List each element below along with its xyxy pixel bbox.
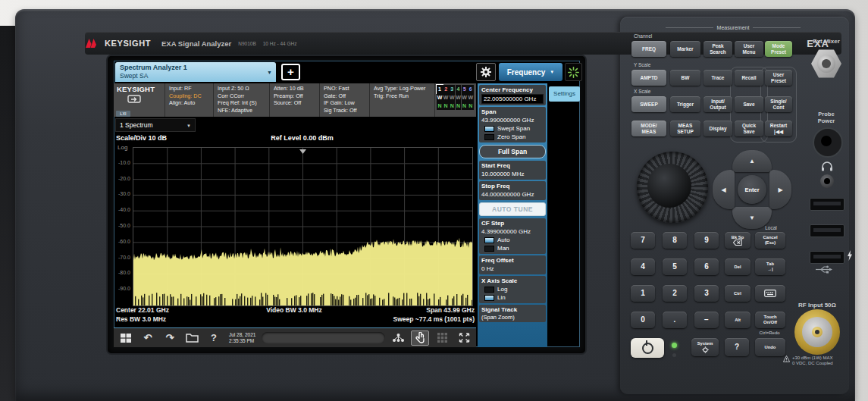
center-frequency-control[interactable]: Center Frequency 22.005000000 GHz [479, 85, 546, 105]
clock-display[interactable]: Jul 28, 2021 2:35:35 PM [227, 332, 258, 344]
radio-zero-span[interactable]: Zero Span [481, 133, 544, 141]
key-bksp[interactable]: Bk Sp [725, 232, 750, 249]
power-button[interactable] [631, 338, 664, 358]
arrow-left-button[interactable]: ◀ [713, 170, 735, 209]
button-freq[interactable]: FREQ [631, 41, 666, 57]
radio-x-axis-log[interactable]: Log [481, 285, 544, 293]
tab-settings[interactable]: Settings [549, 86, 580, 102]
hardware-help-button[interactable]: ? [725, 338, 749, 356]
button-meas-setup[interactable]: MEAS SETUP [670, 121, 700, 136]
button-mode-meas[interactable]: MODE/ MEAS [631, 121, 666, 136]
auto-tune-button[interactable]: AUTO TUNE [479, 202, 546, 216]
start-freq-control[interactable]: Start Freq 10.000000 MHz [479, 161, 546, 180]
button-sweep[interactable]: SWEEP [631, 96, 666, 112]
x-axis-scale-control[interactable]: X Axis Scale Log Lin [479, 276, 546, 303]
button-user-preset[interactable]: User Preset [765, 70, 792, 86]
button-marker[interactable]: Marker [670, 41, 700, 57]
meas-settings-column-3[interactable]: Atten: 10 dBPreamp: OffSource: Off [270, 83, 320, 117]
undo-hardware-button[interactable]: Undo [755, 338, 785, 356]
key-8[interactable]: 8 [663, 232, 687, 249]
cf-step-value[interactable]: 4.399000000 GHz [481, 227, 544, 236]
marker-number-6[interactable]: 6 [468, 85, 474, 93]
meas-settings-column-1[interactable]: Input: RFCoupling: DCAlign: Auto [165, 83, 214, 117]
key-7[interactable]: 7 [631, 232, 655, 249]
marker-number-2[interactable]: 2 [443, 85, 449, 93]
usb-port-3[interactable] [810, 251, 844, 264]
key-3[interactable]: 3 [694, 285, 719, 302]
button-trace[interactable]: Trace [703, 70, 732, 86]
key-2[interactable]: 2 [663, 285, 687, 302]
key-keyboard[interactable] [755, 285, 785, 302]
marker-number-3[interactable]: 3 [449, 85, 455, 93]
stop-freq-value[interactable]: 44.000000000 GHz [481, 190, 544, 199]
marker-number-4[interactable]: 4 [456, 85, 462, 93]
signal-track-control[interactable]: Signal Track (Span Zoom) [479, 305, 546, 322]
meas-settings-column-4[interactable]: PNO: FastGate: OffIF Gain: LowSig Track:… [320, 83, 370, 117]
key-4[interactable]: 4 [631, 258, 655, 275]
rotary-knob[interactable] [637, 152, 708, 223]
arrow-down-button[interactable]: ▼ [732, 207, 772, 229]
button-input-output[interactable]: Input/ Output [703, 96, 732, 112]
button-mode-preset[interactable]: Mode Preset [765, 41, 792, 57]
button-bw[interactable]: BW [670, 70, 700, 86]
spectrum-graticule[interactable] [133, 147, 473, 306]
touch-mode-button[interactable] [411, 331, 429, 346]
tab-spectrum-analyzer[interactable]: Spectrum Analyzer 1 Swept SA ▼ [115, 62, 276, 82]
system-settings-button[interactable] [476, 63, 496, 81]
span-control[interactable]: Span 43.990000000 GHz Swept Span Zero Sp… [479, 107, 546, 143]
marker-number-5[interactable]: 5 [462, 85, 468, 93]
trace-selector-dropdown[interactable]: 1 Spectrum ▼ [115, 118, 196, 132]
key-tab[interactable]: Tab →| [755, 258, 785, 275]
key-1[interactable]: 1 [631, 285, 655, 302]
marker-number-1[interactable]: 1 [437, 85, 443, 93]
grid-view-button[interactable] [433, 331, 451, 346]
key-5[interactable]: 5 [663, 258, 687, 275]
sequencer-button[interactable] [389, 331, 407, 346]
system-button[interactable]: System [691, 338, 719, 356]
key-0[interactable]: 0 [631, 312, 655, 328]
span-value[interactable]: 43.990000000 GHz [481, 116, 544, 124]
button-display[interactable]: Display [703, 121, 732, 136]
key-ctrl[interactable]: Ctrl [725, 285, 750, 302]
windows-start-button[interactable] [117, 331, 135, 346]
button-peak-search[interactable]: Peak Search [703, 41, 732, 57]
button-single-cont[interactable]: Single/ Cont [765, 96, 792, 112]
button-recall[interactable]: Recall [735, 70, 763, 86]
measurement-activity-button[interactable] [565, 63, 582, 81]
key-minus[interactable]: − [694, 312, 719, 328]
button-quick-save[interactable]: Quick Save [735, 121, 763, 136]
freq-offset-value[interactable]: 0 Hz [481, 265, 544, 273]
radio-x-axis-lin[interactable]: Lin [481, 293, 544, 302]
radio-cf-step-auto[interactable]: Auto [481, 236, 544, 244]
key-del[interactable]: Del [725, 258, 750, 275]
start-freq-value[interactable]: 10.000000 MHz [481, 170, 544, 178]
key-cancel-esc[interactable]: Cancel (Esc) [755, 232, 785, 249]
button-trigger[interactable]: Trigger [670, 96, 700, 112]
center-frequency-value[interactable]: 22.005000000 GHz [481, 94, 544, 104]
button-amptd[interactable]: AMPTD [631, 70, 666, 86]
radio-swept-span[interactable]: Swept Span [481, 124, 544, 133]
radio-cf-step-man[interactable]: Man [481, 244, 544, 252]
meas-settings-column-2[interactable]: Input Z: 50 ΩCorr CCorrFreq Ref: Int (S)… [214, 83, 270, 117]
stop-freq-control[interactable]: Stop Freq 44.000000000 GHz [479, 181, 546, 200]
key-6[interactable]: 6 [694, 258, 719, 275]
usb-port-1[interactable] [810, 198, 844, 211]
full-span-button[interactable]: Full Span [479, 145, 546, 158]
add-tab-button[interactable]: + [281, 64, 300, 80]
button-user-menu[interactable]: User Menu [735, 41, 763, 57]
arrow-up-button[interactable]: ▲ [732, 150, 772, 172]
arrow-right-button[interactable]: ▶ [769, 170, 791, 209]
enter-button[interactable]: Enter [738, 175, 766, 204]
meas-settings-column-5[interactable]: Avg Type: Log-PowerTrig: Free Run [370, 83, 435, 117]
freq-offset-control[interactable]: Freq Offset 0 Hz [479, 255, 546, 274]
button-restart[interactable]: Restart |◀◀ [765, 121, 792, 136]
help-button[interactable]: ? [205, 331, 223, 346]
cf-step-control[interactable]: CF Step 4.399000000 GHz Auto Man [479, 218, 546, 254]
key-9[interactable]: 9 [694, 232, 719, 249]
key-alt[interactable]: Alt [725, 312, 750, 328]
menu-dropdown-frequency[interactable]: Frequency ▼ [499, 63, 562, 81]
undo-button[interactable]: ↶ [139, 331, 157, 346]
file-explorer-button[interactable] [183, 331, 201, 346]
key-touch-onoff[interactable]: Touch On/Off [755, 312, 785, 328]
redo-button[interactable]: ↷ [161, 331, 179, 346]
